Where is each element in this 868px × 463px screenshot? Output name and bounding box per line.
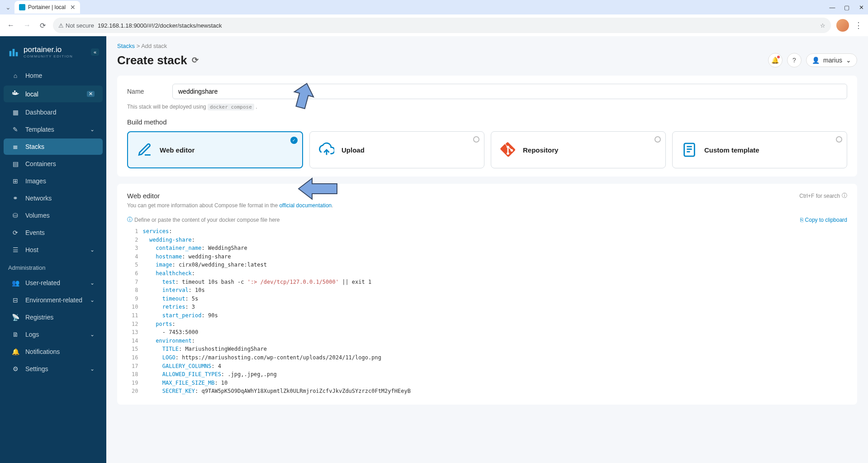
svg-rect-4: [14, 92, 15, 94]
docker-icon: [12, 90, 19, 98]
reload-button[interactable]: ⟳: [38, 19, 47, 32]
help-icon[interactable]: ⓘ: [842, 192, 847, 200]
template-icon: [681, 141, 698, 158]
tab-close-icon[interactable]: ✕: [70, 4, 76, 11]
home-icon: ⌂: [12, 72, 19, 79]
chevron-down-icon: ⌄: [90, 280, 95, 286]
line-numbers: 1234567891011121314151617181920: [127, 226, 142, 396]
sidebar-item-label: Notifications: [25, 348, 60, 355]
breadcrumb-stacks[interactable]: Stacks: [117, 43, 135, 49]
option-repository[interactable]: Repository: [491, 131, 666, 168]
radio-icon: ✓: [290, 137, 298, 144]
tab-favicon-icon: [19, 4, 25, 10]
back-button[interactable]: ←: [5, 19, 16, 31]
sidebar-item-stacks[interactable]: ≣Stacks: [4, 138, 103, 155]
radio-icon: [836, 136, 842, 143]
user-menu[interactable]: 👤 marius ⌄: [806, 53, 857, 67]
code-content[interactable]: services: wedding-share: container_name:…: [142, 226, 847, 396]
nav-icon: ⚙: [12, 365, 19, 372]
sidebar-item-registries[interactable]: 📡Registries: [4, 309, 103, 325]
forward-button[interactable]: →: [22, 19, 33, 31]
svg-rect-6: [14, 91, 15, 92]
nav-icon: ▤: [12, 160, 19, 167]
sidebar-item-events[interactable]: ⟳Events: [4, 224, 103, 241]
editor-description: You can get more information about Compo…: [127, 202, 847, 209]
sidebar-item-containers[interactable]: ▤Containers: [4, 156, 103, 172]
svg-rect-0: [9, 51, 12, 56]
sidebar-item-label: Host: [25, 246, 38, 253]
bookmark-icon[interactable]: ☆: [820, 22, 825, 29]
main-content: Stacks > Add stack Create stack ⟳ 🔔 ? 👤 …: [106, 36, 868, 463]
sidebar-item-templates[interactable]: ✎Templates⌄: [4, 121, 103, 138]
radio-icon: [473, 136, 479, 143]
build-method-title: Build method: [127, 118, 847, 126]
name-card: Name This stack will be deployed using d…: [117, 76, 857, 177]
close-window-button[interactable]: ✕: [858, 4, 864, 11]
stack-name-input[interactable]: [172, 84, 847, 99]
close-env-icon[interactable]: ✕: [87, 91, 95, 97]
chevron-down-icon: ⌄: [90, 331, 95, 338]
option-upload[interactable]: Upload: [309, 131, 484, 168]
sidebar-item-dashboard[interactable]: ▦Dashboard: [4, 104, 103, 120]
info-icon: ⓘ: [127, 216, 133, 224]
portainer-logo-icon: [7, 46, 20, 58]
page-title: Create stack ⟳: [117, 53, 199, 67]
code-editor[interactable]: 1234567891011121314151617181920 services…: [127, 226, 847, 396]
refresh-icon[interactable]: ⟳: [192, 55, 199, 65]
help-icon: ?: [792, 57, 796, 64]
url-bar[interactable]: ⚠ Not secure 192.168.1.18:9000/#!/2/dock…: [53, 18, 831, 33]
not-secure-badge[interactable]: ⚠ Not secure: [58, 22, 94, 29]
sidebar-item-environment-related[interactable]: ⊟Environment-related⌄: [4, 292, 103, 308]
browser-tab[interactable]: Portainer | local ✕: [14, 1, 80, 14]
chevron-down-icon: ⌄: [90, 247, 95, 253]
breadcrumb-current: Add stack: [141, 43, 167, 49]
sidebar-item-host[interactable]: ☰Host⌄: [4, 242, 103, 258]
sidebar-item-images[interactable]: ⊞Images: [4, 173, 103, 189]
svg-rect-1: [13, 49, 15, 56]
user-name: marius: [823, 57, 842, 64]
sidebar-item-settings[interactable]: ⚙Settings⌄: [4, 361, 103, 377]
sidebar-item-networks[interactable]: ⚭Networks: [4, 190, 103, 206]
sidebar-item-user-related[interactable]: 👥User-related⌄: [4, 275, 103, 291]
minimize-button[interactable]: —: [829, 4, 835, 11]
copy-icon: ⎘: [800, 217, 803, 223]
logo-subtitle: COMMUNITY EDITION: [24, 54, 73, 58]
notifications-button[interactable]: 🔔: [768, 53, 783, 67]
collapse-sidebar-button[interactable]: «: [91, 48, 99, 56]
chevron-down-icon: ⌄: [90, 366, 95, 372]
help-button[interactable]: ?: [787, 53, 802, 67]
chevron-down-icon: ⌄: [90, 126, 95, 133]
browser-chrome: ⌄ Portainer | local ✕ — ▢ ✕: [0, 0, 868, 14]
option-label: Repository: [523, 146, 558, 154]
nav-icon: ☰: [12, 246, 19, 253]
sidebar-item-label: Volumes: [25, 212, 50, 219]
sidebar-item-home[interactable]: ⌂ Home: [4, 67, 103, 84]
edit-icon: [136, 141, 153, 158]
sidebar-logo[interactable]: portainer.io COMMUNITY EDITION «: [0, 41, 106, 67]
sidebar-section-admin: Administration: [0, 259, 106, 274]
option-label: Web editor: [160, 146, 194, 154]
maximize-button[interactable]: ▢: [844, 4, 850, 11]
sidebar-item-label: Settings: [25, 365, 48, 372]
docs-link[interactable]: official documentation: [279, 202, 332, 209]
browser-menu-icon[interactable]: ⋮: [854, 20, 863, 30]
bell-icon: 🔔: [771, 57, 779, 64]
profile-avatar[interactable]: [836, 19, 849, 32]
option-web-editor[interactable]: Web editor✓: [127, 131, 303, 168]
copy-to-clipboard-button[interactable]: ⎘ Copy to clipboard: [800, 217, 847, 223]
svg-rect-3: [13, 92, 14, 94]
sidebar-item-environment[interactable]: local ✕: [4, 86, 103, 102]
nav-icon: 👥: [12, 279, 19, 286]
nav-icon: ▦: [12, 109, 19, 116]
sidebar-item-label: Images: [25, 177, 46, 185]
deploy-hint: This stack will be deployed using docker…: [127, 104, 847, 110]
tab-dropdown-icon[interactable]: ⌄: [4, 2, 13, 13]
sidebar-item-volumes[interactable]: ⛁Volumes: [4, 207, 103, 224]
sidebar-item-label: Dashboard: [25, 109, 57, 116]
sidebar-item-logs[interactable]: 🗎Logs⌄: [4, 326, 103, 343]
sidebar-item-notifications[interactable]: 🔔Notifications: [4, 344, 103, 360]
sidebar: portainer.io COMMUNITY EDITION « ⌂ Home …: [0, 36, 106, 463]
sidebar-item-label: Registries: [25, 314, 53, 321]
option-custom-template[interactable]: Custom template: [672, 131, 847, 168]
logo-text: portainer.io: [24, 45, 73, 54]
